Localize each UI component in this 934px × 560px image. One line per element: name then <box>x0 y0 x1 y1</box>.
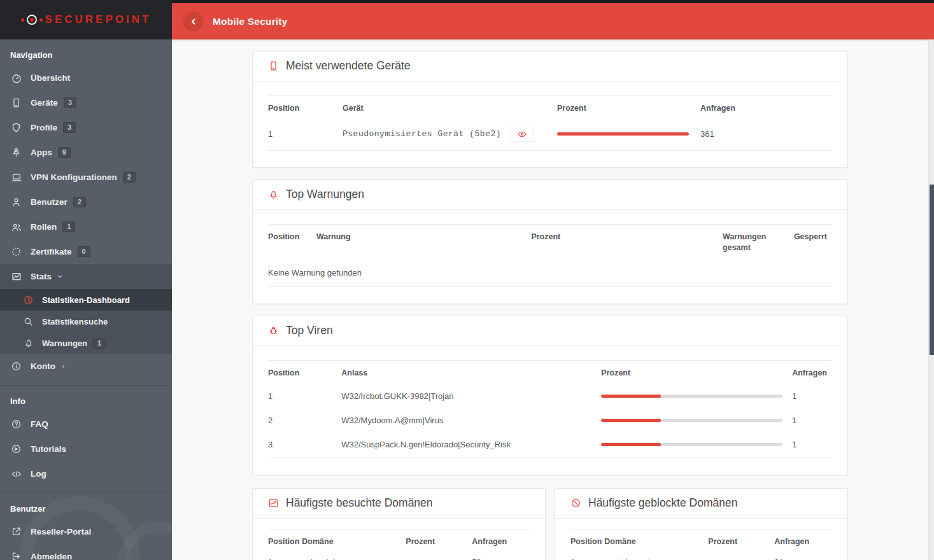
progress-bar <box>557 132 689 136</box>
users-icon <box>10 221 22 233</box>
column-header-anfragen: Anfragen <box>792 360 832 384</box>
shield-icon <box>10 122 22 134</box>
vertical-scrollbar-thumb[interactable] <box>930 185 934 355</box>
cell-requests: 1 <box>792 385 832 409</box>
logo-ring-icon <box>27 15 37 25</box>
count-badge: 0 <box>78 246 90 257</box>
visited-domains-table: Position Domäne Prozent Anfragen 1 spieg… <box>268 529 530 560</box>
bell-icon <box>23 338 34 349</box>
gauge-icon <box>10 72 22 84</box>
logout-icon <box>10 550 22 560</box>
sidebar-item-label: Log <box>31 469 46 479</box>
sidebar-item-label: VPN Konfigurationen <box>31 172 117 182</box>
section-navigation: Navigation <box>0 39 172 66</box>
sidebar-item-warnungen[interactable]: Warnungen 1 <box>0 332 172 354</box>
sidebar-item-rollen[interactable]: Rollen 1 <box>0 214 172 239</box>
sidebar-item-label: Apps <box>31 148 52 157</box>
column-header-warnungen-gesamt: Warnungen gesamt <box>723 224 794 259</box>
column-header-gesperrt: Gesperrt <box>794 224 832 259</box>
sidebar-item-reseller-portal[interactable]: Reseller-Portal <box>0 519 172 544</box>
sidebar-item-label: Übersicht <box>31 73 70 83</box>
sidebar-item-label: Abmelden <box>31 552 72 560</box>
sidebar-item-label: Profile <box>31 123 57 132</box>
sidebar-item-apps[interactable]: Apps 9 <box>0 140 172 165</box>
sidebar-item-label: FAQ <box>31 419 48 429</box>
sidebar-item-statistikensuche[interactable]: Statistikensuche <box>0 311 172 332</box>
sidebar-item-benutzer[interactable]: Benutzer 2 <box>0 190 172 214</box>
sidebar-item-uebersicht[interactable]: Übersicht <box>0 66 172 90</box>
card-header: Meist verwendete Geräte <box>253 52 847 81</box>
table-row-empty: Keine Warnung gefunden <box>268 260 832 287</box>
viruses-table: Position Anlass Prozent Anfragen 1 W32/I… <box>268 360 832 458</box>
sidebar-item-zertifikate[interactable]: Zertifikate 0 <box>0 239 172 264</box>
sidebar-item-tutorials[interactable]: Tutorials <box>0 437 172 461</box>
card-visited-domains: Häufigste besuchte Domänen Position Domä… <box>252 488 546 560</box>
section-benutzer: Benutzer <box>0 493 172 519</box>
domains-cards-row: Häufigste besuchte Domänen Position Domä… <box>252 488 848 560</box>
cell-percent <box>601 433 792 458</box>
card-top-warnings: Top Warnungen Position Warnung Prozent W… <box>252 179 848 304</box>
cell-requests: 1 <box>792 433 832 458</box>
table-row: 3 W32/SuspPack.N.gen!Eldorado|Security_R… <box>268 433 832 458</box>
progress-bar <box>601 395 661 398</box>
sidebar-item-vpn-konfigurationen[interactable]: VPN Konfigurationen 2 <box>0 165 172 190</box>
table-row: 1 W32/Ircbot.GUKK-3982|Trojan 1 <box>268 385 832 409</box>
column-header-prozent: Prozent <box>406 529 472 552</box>
sidebar-item-label: Geräte <box>31 98 58 108</box>
phone-icon <box>10 97 22 109</box>
view-device-button[interactable] <box>510 127 534 142</box>
cell-position: 1 <box>268 120 343 151</box>
column-header-position: Position <box>268 360 341 384</box>
device-name: Pseudonymisiertes Gerät (5be2) <box>343 129 501 139</box>
column-header-domaene: Domäne <box>604 529 708 552</box>
card-title: Häufigste geblockte Domänen <box>588 496 737 510</box>
external-link-icon <box>10 526 22 538</box>
column-header-anlass: Anlass <box>341 360 601 384</box>
info-circle-icon <box>10 360 22 372</box>
back-button[interactable] <box>183 11 203 31</box>
sidebar-item-log[interactable]: Log <box>0 461 172 486</box>
chevron-down-icon <box>57 273 64 280</box>
sidebar-item-geraete[interactable]: Geräte 3 <box>0 90 172 115</box>
count-badge: 2 <box>73 197 86 207</box>
sidebar-item-statistiken-dashboard[interactable]: Statistiken-Dashboard <box>0 289 172 311</box>
column-header-prozent: Prozent <box>557 96 700 120</box>
column-header-anfragen: Anfragen <box>700 96 832 120</box>
code-icon <box>10 468 22 480</box>
sidebar-item-profile[interactable]: Profile 3 <box>0 115 172 140</box>
play-circle-icon <box>10 443 22 455</box>
sidebar-item-konto[interactable]: Konto <box>0 354 172 379</box>
column-header-domaene: Domäne <box>302 529 406 552</box>
sidebar-item-abmelden[interactable]: Abmelden <box>0 544 172 560</box>
card-header: Häufigste geblockte Domänen <box>555 489 847 519</box>
user-icon <box>10 196 22 208</box>
card-header: Top Viren <box>253 316 847 346</box>
search-icon <box>23 316 34 327</box>
card-header: Top Warnungen <box>253 180 847 210</box>
cell-percent <box>406 552 472 560</box>
sidebar-item-stats[interactable]: Stats <box>0 264 172 289</box>
app-header: Mobile Security <box>172 3 934 39</box>
ban-icon <box>570 498 581 508</box>
bell-icon <box>268 189 279 200</box>
eye-icon <box>517 129 527 139</box>
column-header-position: Position <box>268 224 316 259</box>
sidebar-item-label: Statistikensuche <box>42 317 108 326</box>
card-body: Position Warnung Prozent Warnungen gesam… <box>253 210 847 304</box>
main-content: Meist verwendete Geräte Position Gerät P… <box>172 39 928 560</box>
cell-position: 1 <box>570 552 604 560</box>
card-title: Häufigste besuchte Domänen <box>286 496 433 510</box>
count-badge: 3 <box>63 122 76 133</box>
card-header: Häufigste besuchte Domänen <box>253 489 545 519</box>
cell-position: 1 <box>268 552 302 560</box>
vertical-scrollbar-track[interactable] <box>928 39 934 560</box>
count-badge: 1 <box>62 221 75 232</box>
card-title: Top Warnungen <box>286 188 364 201</box>
logo-block[interactable]: SECUREPOINT <box>0 0 172 39</box>
devices-table: Position Gerät Prozent Anfragen 1 Pseudo… <box>268 95 832 151</box>
sidebar-item-faq[interactable]: FAQ <box>0 412 172 437</box>
chevron-left-icon <box>189 17 198 26</box>
progress-bar <box>601 443 661 446</box>
cell-virus-name: W32/Ircbot.GUKK-3982|Trojan <box>341 385 601 409</box>
cell-requests: 31 <box>774 552 832 560</box>
